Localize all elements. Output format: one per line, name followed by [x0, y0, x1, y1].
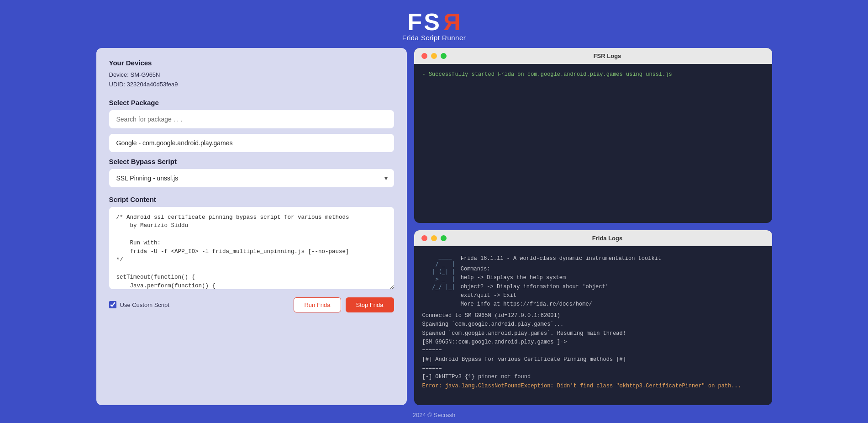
- select-package-title: Select Package: [109, 99, 394, 106]
- action-buttons: Run Frida Stop Frida: [294, 297, 394, 312]
- app-header: F S R Frida Script Runner: [402, 0, 466, 48]
- frida-commands-header: Commands:: [461, 265, 661, 274]
- stop-frida-button[interactable]: Stop Frida: [346, 297, 394, 312]
- frida-spawned: Spawned `com.google.android.play.games`.…: [422, 329, 764, 338]
- custom-script-checkbox-label[interactable]: Use Custom Script: [109, 301, 169, 308]
- frida-more-info: More info at https://frida.re/docs/home/: [461, 300, 661, 309]
- traffic-light-green: [441, 53, 447, 59]
- frida-logs-window: Frida Logs ____ / _ | | (_| | > _ | /_/ …: [414, 230, 772, 405]
- fsr-logs-body: - Successfully started Frida on com.goog…: [414, 64, 772, 85]
- fsr-logs-title: FSR Logs: [450, 53, 765, 59]
- script-select[interactable]: SSL Pinning - unssl.js: [109, 169, 394, 187]
- traffic-light-green-2: [441, 235, 447, 241]
- footer-text: 2024 © Secrash: [413, 412, 455, 418]
- devices-title: Your Devices: [109, 59, 394, 67]
- frida-ascii-art: ____ / _ | | (_| | > _ | /_/ |_|: [422, 253, 455, 309]
- device-label: Device: SM-G965N: [109, 70, 394, 80]
- traffic-light-red-2: [421, 235, 427, 241]
- frida-cmd-help: help -> Displays the help system: [461, 274, 661, 282]
- selected-package-input[interactable]: [109, 134, 394, 152]
- frida-cmd-exit: exit/quit -> Exit: [461, 291, 661, 300]
- traffic-light-red: [421, 53, 427, 59]
- logo-r: R: [442, 8, 461, 36]
- custom-script-label: Use Custom Script: [120, 301, 169, 308]
- frida-error-line: Error: java.lang.ClassNotFoundException:…: [422, 382, 764, 391]
- footer: 2024 © Secrash: [413, 405, 455, 423]
- right-panels: FSR Logs - Successfully started Frida on…: [414, 48, 772, 405]
- frida-logs-titlebar: Frida Logs: [414, 230, 772, 246]
- frida-version-text: Frida 16.1.11 - A world-class dynamic in…: [461, 254, 661, 263]
- frida-cmd-object: object? -> Display information about 'ob…: [461, 283, 661, 291]
- logo-s: S: [424, 8, 442, 36]
- script-content-textarea[interactable]: [109, 207, 394, 289]
- left-panel: Your Devices Device: SM-G965N UDID: 3232…: [96, 48, 407, 405]
- frida-okhttp-line: [-] OkHTTPv3 {1} pinner not found: [422, 373, 764, 381]
- bottom-bar: Use Custom Script Run Frida Stop Frida: [109, 297, 394, 312]
- frida-logs-title: Frida Logs: [450, 235, 765, 242]
- udid-label: UDID: 323204a40d53fea9: [109, 80, 394, 90]
- device-info-section: Your Devices Device: SM-G965N UDID: 3232…: [109, 59, 394, 90]
- run-frida-button[interactable]: Run Frida: [294, 297, 341, 312]
- logo-f: F: [407, 8, 424, 36]
- fsr-logs-titlebar: FSR Logs: [414, 48, 772, 64]
- fsr-logs-window: FSR Logs - Successfully started Frida on…: [414, 48, 772, 223]
- package-search-input[interactable]: [109, 110, 394, 128]
- frida-equals2: ======: [422, 364, 764, 373]
- frida-equals1: ======: [422, 347, 764, 355]
- frida-logs-body: ____ / _ | | (_| | > _ | /_/ |_| Frida 1…: [414, 246, 772, 397]
- script-content-title: Script Content: [109, 196, 394, 203]
- logo-container: F S R: [407, 8, 460, 36]
- custom-script-checkbox[interactable]: [109, 301, 116, 308]
- fsr-log-line: - Successfully started Frida on com.goog…: [422, 71, 672, 78]
- script-select-wrapper: SSL Pinning - unssl.js ▾: [109, 169, 394, 187]
- main-content: Your Devices Device: SM-G965N UDID: 3232…: [96, 48, 772, 405]
- frida-sm-line: [SM G965N::com.google.android.play.games…: [422, 338, 764, 347]
- frida-spawning: Spawning `com.google.android.play.games`…: [422, 320, 764, 329]
- frida-connected-line: Connected to SM G965N (id=127.0.0.1:6200…: [422, 312, 764, 320]
- select-script-title: Select Bypass Script: [109, 158, 394, 165]
- traffic-light-yellow-2: [431, 235, 437, 241]
- traffic-light-yellow: [431, 53, 437, 59]
- frida-bypass-header: [#] Android Bypass for various Certifica…: [422, 355, 764, 364]
- frida-ascii-block: ____ / _ | | (_| | > _ | /_/ |_| Frida 1…: [422, 253, 764, 309]
- frida-info-block: Frida 16.1.11 - A world-class dynamic in…: [461, 253, 661, 309]
